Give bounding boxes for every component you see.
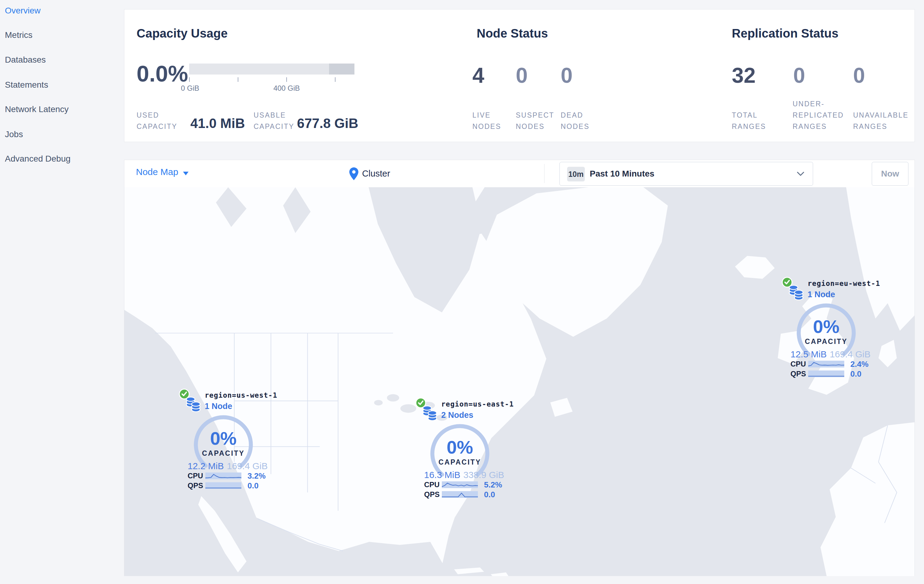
sidebar: Overview Metrics Databases Statements Ne…	[0, 0, 124, 584]
live-nodes-label: LIVE	[472, 111, 491, 119]
toolbar-divider	[544, 164, 544, 183]
map-pin-icon	[349, 168, 358, 180]
used-capacity-label-line2: CAPACITY	[137, 122, 177, 130]
cpu-value: 3.2%	[248, 471, 266, 481]
sidebar-item-statements[interactable]: Statements	[5, 78, 48, 92]
region-name: region=us-west-1	[205, 391, 277, 399]
qps-value: 0.0	[484, 490, 495, 499]
used-capacity-label-line1: USED	[137, 111, 159, 119]
cpu-label: CPU	[424, 480, 442, 489]
capacity-bar-darker-segment	[329, 64, 355, 74]
capacity-tick-label-400: 400 GiB	[274, 84, 300, 92]
qps-label: QPS	[790, 370, 808, 378]
sidebar-item-network-latency[interactable]: Network Latency	[5, 103, 69, 116]
sidebar-item-overview[interactable]: Overview	[5, 4, 41, 17]
map-toolbar: Node Map Cluster 10m Past 10 Minutes	[124, 160, 914, 188]
capacity-tick	[238, 77, 238, 82]
region-marker[interactable]: region=eu-west-1 1 Node 0% CAPACITY 12.5…	[782, 277, 871, 381]
database-nodes-icon	[789, 284, 804, 302]
time-window-select[interactable]: 10m Past 10 Minutes	[559, 162, 813, 186]
region-name: region=eu-west-1	[808, 280, 880, 288]
sidebar-item-metrics[interactable]: Metrics	[5, 28, 32, 42]
total-ranges-label: TOTAL	[732, 111, 758, 119]
qps-label: QPS	[424, 490, 442, 499]
region-node-count[interactable]: 2 Nodes	[441, 411, 473, 420]
qps-sparkline	[442, 491, 478, 498]
qps-sparkline	[205, 482, 241, 489]
unavailable-ranges-count: 0	[853, 63, 865, 88]
cpu-sparkline	[205, 472, 241, 479]
qps-label: QPS	[188, 481, 205, 490]
capacity-label: CAPACITY	[796, 337, 857, 346]
cpu-sparkline	[808, 361, 844, 367]
usable-capacity-value: 338.9 GiB	[464, 470, 504, 480]
cpu-label: CPU	[188, 472, 205, 480]
qps-sparkline	[808, 370, 844, 377]
chevron-down-icon	[797, 171, 804, 176]
capacity-tick-label-0: 0 GiB	[181, 84, 199, 92]
view-selector-dropdown[interactable]: Node Map	[136, 167, 178, 177]
cpu-label: CPU	[790, 360, 808, 368]
breadcrumb-cluster-label: Cluster	[362, 169, 390, 179]
region-marker[interactable]: region=us-west-1 1 Node 0% CAPACITY 12.2…	[179, 389, 268, 493]
capacity-percent: 0%	[193, 428, 254, 449]
capacity-label: CAPACITY	[193, 449, 254, 457]
sidebar-item-advanced-debug[interactable]: Advanced Debug	[5, 152, 71, 166]
capacity-tick	[335, 77, 335, 82]
region-node-count[interactable]: 1 Node	[205, 401, 232, 411]
usable-capacity-label-line2: CAPACITY	[254, 122, 294, 130]
total-ranges-count: 32	[732, 63, 756, 88]
database-nodes-icon	[422, 405, 437, 423]
database-nodes-icon	[186, 396, 201, 414]
cpu-value: 5.2%	[484, 480, 502, 490]
chevron-down-icon	[183, 172, 188, 175]
sidebar-item-jobs[interactable]: Jobs	[5, 128, 23, 141]
used-capacity-value: 12.2 MiB	[188, 461, 224, 471]
capacity-percent-value: 0.0%	[137, 61, 188, 87]
usable-capacity-value: 677.8 GiB	[297, 116, 358, 131]
unavailable-ranges-label: UNAVAILABLE	[853, 111, 908, 119]
suspect-nodes-count: 0	[516, 63, 528, 88]
capacity-usage-title: Capacity Usage	[137, 26, 228, 40]
usable-capacity-value: 169.4 GiB	[830, 349, 871, 360]
cpu-sparkline	[442, 481, 478, 488]
suspect-nodes-label: SUSPECT	[516, 111, 554, 119]
under-replicated-ranges-label: UNDER-	[793, 100, 824, 108]
node-map-card: Node Map Cluster 10m Past 10 Minutes	[124, 160, 915, 576]
dead-nodes-count: 0	[561, 63, 573, 88]
under-replicated-ranges-count: 0	[793, 63, 805, 88]
used-capacity-value: 41.0 MiB	[190, 116, 245, 131]
now-button[interactable]: Now	[872, 162, 908, 186]
world-map	[124, 187, 914, 576]
qps-value: 0.0	[248, 481, 259, 490]
node-map[interactable]: region=us-west-1 1 Node 0% CAPACITY 12.2…	[124, 187, 914, 576]
usable-capacity-value: 169.4 GiB	[227, 461, 268, 471]
used-capacity-value: 12.5 MiB	[790, 349, 827, 360]
sidebar-item-databases[interactable]: Databases	[5, 53, 46, 67]
replication-status-title: Replication Status	[732, 26, 838, 40]
capacity-percent: 0%	[796, 316, 857, 337]
dead-nodes-label: DEAD	[561, 111, 583, 119]
capacity-percent: 0%	[429, 437, 490, 458]
capacity-label: CAPACITY	[429, 458, 490, 466]
cpu-value: 2.4%	[850, 360, 868, 369]
live-nodes-count: 4	[472, 63, 484, 88]
node-status-title: Node Status	[477, 26, 548, 40]
capacity-usage-bar	[189, 64, 355, 74]
breadcrumb[interactable]: Cluster	[349, 160, 390, 187]
region-node-count[interactable]: 1 Node	[808, 290, 835, 299]
used-capacity-value: 16.3 MiB	[424, 470, 460, 480]
cluster-summary-card: Capacity Usage 0.0% 0 GiB 400 GiB USED C…	[124, 9, 915, 142]
usable-capacity-label-line1: USABLE	[254, 111, 286, 119]
region-name: region=us-east-1	[441, 400, 514, 408]
time-window-badge: 10m	[567, 167, 585, 181]
qps-value: 0.0	[850, 369, 861, 379]
capacity-tick	[286, 77, 287, 82]
region-marker[interactable]: region=us-east-1 2 Nodes 0% CAPACITY 16.…	[416, 398, 504, 502]
time-window-label: Past 10 Minutes	[590, 162, 655, 186]
capacity-tick	[189, 77, 190, 82]
